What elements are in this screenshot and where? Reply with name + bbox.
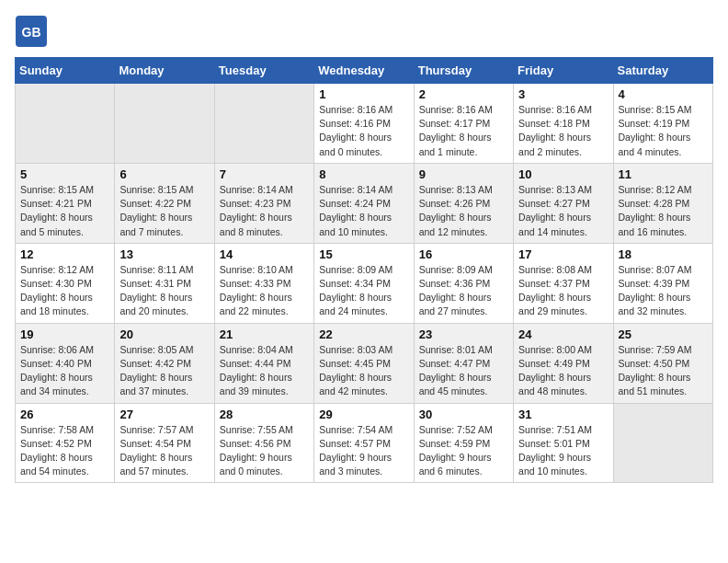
weekday-header-sunday: Sunday [16, 58, 115, 84]
day-info: Sunrise: 8:16 AMSunset: 4:18 PMDaylight:… [518, 103, 608, 159]
calendar-row-4: 19Sunrise: 8:06 AMSunset: 4:40 PMDayligh… [16, 323, 713, 403]
day-number: 12 [20, 247, 109, 261]
day-number: 7 [220, 167, 309, 181]
day-number: 3 [518, 87, 608, 101]
calendar-cell: 31Sunrise: 7:51 AMSunset: 5:01 PMDayligh… [514, 403, 613, 483]
calendar-row-3: 12Sunrise: 8:12 AMSunset: 4:30 PMDayligh… [16, 243, 713, 323]
day-info: Sunrise: 8:16 AMSunset: 4:16 PMDaylight:… [319, 103, 408, 159]
calendar-cell: 28Sunrise: 7:55 AMSunset: 4:56 PMDayligh… [214, 403, 313, 483]
day-number: 11 [619, 167, 708, 181]
weekday-header-wednesday: Wednesday [314, 58, 414, 84]
weekday-header-friday: Friday [514, 58, 613, 84]
day-number: 13 [119, 247, 209, 261]
day-number: 29 [319, 408, 408, 421]
calendar-cell: 16Sunrise: 8:09 AMSunset: 4:36 PMDayligh… [414, 243, 513, 323]
day-number: 25 [619, 327, 708, 341]
day-number: 18 [619, 247, 708, 261]
day-info: Sunrise: 7:52 AMSunset: 4:59 PMDaylight:… [419, 423, 508, 479]
day-info: Sunrise: 8:07 AMSunset: 4:39 PMDaylight:… [619, 263, 708, 319]
day-info: Sunrise: 8:13 AMSunset: 4:27 PMDaylight:… [518, 183, 608, 239]
calendar-cell: 5Sunrise: 8:15 AMSunset: 4:21 PMDaylight… [16, 163, 115, 243]
day-info: Sunrise: 8:00 AMSunset: 4:49 PMDaylight:… [518, 343, 608, 399]
calendar-cell: 29Sunrise: 7:54 AMSunset: 4:57 PMDayligh… [314, 403, 414, 483]
day-number: 20 [119, 327, 209, 341]
day-number: 6 [119, 167, 209, 181]
day-number: 17 [518, 247, 608, 261]
day-number: 9 [419, 167, 508, 181]
day-info: Sunrise: 7:58 AMSunset: 4:52 PMDaylight:… [20, 423, 109, 479]
day-number: 1 [319, 87, 408, 101]
day-info: Sunrise: 8:01 AMSunset: 4:47 PMDaylight:… [419, 343, 508, 399]
calendar-cell [613, 403, 712, 483]
calendar-cell: 8Sunrise: 8:14 AMSunset: 4:24 PMDaylight… [314, 163, 414, 243]
day-number: 24 [518, 327, 608, 341]
calendar-row-5: 26Sunrise: 7:58 AMSunset: 4:52 PMDayligh… [16, 403, 713, 483]
day-info: Sunrise: 7:57 AMSunset: 4:54 PMDaylight:… [119, 423, 209, 479]
day-info: Sunrise: 8:09 AMSunset: 4:34 PMDaylight:… [319, 263, 408, 319]
day-info: Sunrise: 8:03 AMSunset: 4:45 PMDaylight:… [319, 343, 408, 399]
weekday-header-saturday: Saturday [613, 58, 712, 84]
calendar-cell [214, 84, 313, 164]
day-number: 2 [419, 87, 508, 101]
day-info: Sunrise: 8:12 AMSunset: 4:28 PMDaylight:… [619, 183, 708, 239]
calendar-cell: 30Sunrise: 7:52 AMSunset: 4:59 PMDayligh… [414, 403, 513, 483]
calendar-cell: 7Sunrise: 8:14 AMSunset: 4:23 PMDaylight… [214, 163, 313, 243]
day-info: Sunrise: 7:54 AMSunset: 4:57 PMDaylight:… [319, 423, 408, 479]
day-number: 4 [619, 87, 708, 101]
day-info: Sunrise: 8:15 AMSunset: 4:19 PMDaylight:… [619, 103, 708, 159]
calendar-row-1: 1Sunrise: 8:16 AMSunset: 4:16 PMDaylight… [16, 84, 713, 164]
day-number: 8 [319, 167, 408, 181]
day-info: Sunrise: 7:59 AMSunset: 4:50 PMDaylight:… [619, 343, 708, 399]
calendar-cell: 4Sunrise: 8:15 AMSunset: 4:19 PMDaylight… [613, 84, 712, 164]
weekday-header-monday: Monday [115, 58, 214, 84]
calendar-cell: 10Sunrise: 8:13 AMSunset: 4:27 PMDayligh… [514, 163, 613, 243]
page-header: GB [15, 15, 713, 48]
calendar-cell: 23Sunrise: 8:01 AMSunset: 4:47 PMDayligh… [414, 323, 513, 403]
calendar-cell: 2Sunrise: 8:16 AMSunset: 4:17 PMDaylight… [414, 84, 513, 164]
calendar-cell: 13Sunrise: 8:11 AMSunset: 4:31 PMDayligh… [115, 243, 214, 323]
day-info: Sunrise: 8:10 AMSunset: 4:33 PMDaylight:… [220, 263, 309, 319]
day-number: 27 [119, 408, 209, 421]
day-info: Sunrise: 8:05 AMSunset: 4:42 PMDaylight:… [119, 343, 209, 399]
calendar-cell: 20Sunrise: 8:05 AMSunset: 4:42 PMDayligh… [115, 323, 214, 403]
calendar-cell: 21Sunrise: 8:04 AMSunset: 4:44 PMDayligh… [214, 323, 313, 403]
day-number: 22 [319, 327, 408, 341]
svg-text:GB: GB [22, 25, 41, 40]
day-info: Sunrise: 7:51 AMSunset: 5:01 PMDaylight:… [518, 423, 608, 479]
day-info: Sunrise: 8:12 AMSunset: 4:30 PMDaylight:… [20, 263, 109, 319]
calendar-cell: 14Sunrise: 8:10 AMSunset: 4:33 PMDayligh… [214, 243, 313, 323]
calendar-cell: 24Sunrise: 8:00 AMSunset: 4:49 PMDayligh… [514, 323, 613, 403]
calendar-cell: 17Sunrise: 8:08 AMSunset: 4:37 PMDayligh… [514, 243, 613, 323]
day-info: Sunrise: 8:14 AMSunset: 4:24 PMDaylight:… [319, 183, 408, 239]
logo: GB [15, 15, 53, 48]
day-info: Sunrise: 8:13 AMSunset: 4:26 PMDaylight:… [419, 183, 508, 239]
calendar-cell: 11Sunrise: 8:12 AMSunset: 4:28 PMDayligh… [613, 163, 712, 243]
day-number: 14 [220, 247, 309, 261]
day-info: Sunrise: 8:09 AMSunset: 4:36 PMDaylight:… [419, 263, 508, 319]
day-number: 30 [419, 408, 508, 421]
calendar-cell: 27Sunrise: 7:57 AMSunset: 4:54 PMDayligh… [115, 403, 214, 483]
day-number: 28 [220, 408, 309, 421]
day-number: 23 [419, 327, 508, 341]
day-info: Sunrise: 8:04 AMSunset: 4:44 PMDaylight:… [220, 343, 309, 399]
day-info: Sunrise: 8:11 AMSunset: 4:31 PMDaylight:… [119, 263, 209, 319]
weekday-header-thursday: Thursday [414, 58, 513, 84]
day-info: Sunrise: 8:15 AMSunset: 4:21 PMDaylight:… [20, 183, 109, 239]
calendar-cell: 18Sunrise: 8:07 AMSunset: 4:39 PMDayligh… [613, 243, 712, 323]
day-info: Sunrise: 7:55 AMSunset: 4:56 PMDaylight:… [220, 423, 309, 479]
calendar-cell: 6Sunrise: 8:15 AMSunset: 4:22 PMDaylight… [115, 163, 214, 243]
logo-icon: GB [15, 15, 48, 48]
day-number: 15 [319, 247, 408, 261]
calendar-header-row: SundayMondayTuesdayWednesdayThursdayFrid… [16, 58, 713, 84]
day-number: 19 [20, 327, 109, 341]
day-number: 10 [518, 167, 608, 181]
calendar-cell: 15Sunrise: 8:09 AMSunset: 4:34 PMDayligh… [314, 243, 414, 323]
day-number: 16 [419, 247, 508, 261]
calendar-cell [16, 84, 115, 164]
calendar-cell: 25Sunrise: 7:59 AMSunset: 4:50 PMDayligh… [613, 323, 712, 403]
calendar-table: SundayMondayTuesdayWednesdayThursdayFrid… [15, 57, 713, 483]
calendar-cell: 1Sunrise: 8:16 AMSunset: 4:16 PMDaylight… [314, 84, 414, 164]
weekday-header-tuesday: Tuesday [214, 58, 313, 84]
day-number: 31 [518, 408, 608, 421]
day-info: Sunrise: 8:08 AMSunset: 4:37 PMDaylight:… [518, 263, 608, 319]
